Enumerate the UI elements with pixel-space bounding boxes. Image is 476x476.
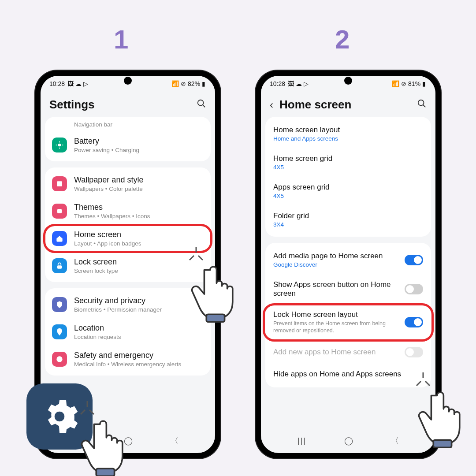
row-label: Home screen [74, 230, 204, 239]
settings-row-wallpaper[interactable]: Wallpaper and style Wallpapers • Color p… [45, 170, 211, 197]
settings-row-location[interactable]: Location Location requests [45, 318, 211, 346]
row-label: Show Apps screen button on Home screen [273, 280, 398, 298]
row-sub: 4X5 [273, 164, 423, 171]
step-1-label: 1 [114, 24, 128, 55]
phone-frame-2: 10:28 🖼 ☁ ▷ 📶 ⊘ 81% ▮ ‹ Home screen Home… [256, 71, 441, 458]
svg-rect-14 [96, 469, 114, 476]
row-lock-home-screen-layout[interactable]: Lock Home screen layout Prevent items on… [265, 304, 431, 341]
row-label: Battery [74, 137, 204, 146]
settings-row-lock-screen[interactable]: Lock screen Screen lock type [45, 252, 211, 279]
row-show-apps-button[interactable]: Show Apps screen button on Home screen [265, 274, 431, 304]
settings-row-home-screen[interactable]: Home screen Layout • App icon badges [45, 225, 211, 252]
card-security: Security and privacy Biometrics • Permis… [45, 288, 211, 376]
settings-row-themes[interactable]: Themes Themes • Wallpapers • Icons [45, 197, 211, 225]
svg-rect-5 [57, 265, 62, 269]
row-sub: Home and Apps screens [273, 135, 423, 142]
svg-line-17 [89, 410, 94, 414]
settings-row-safety[interactable]: Safety and emergency Medical info • Wire… [45, 346, 211, 373]
wallpaper-icon [52, 176, 67, 191]
svg-point-6 [56, 356, 62, 362]
status-time: 10:28 [49, 80, 65, 87]
status-right-icons: 📶 ⊘ 81% ▮ [392, 80, 426, 87]
card-grids: Home screen layout Home and Apps screens… [265, 117, 431, 237]
row-sub: Medical info • Wireless emergency alerts [74, 361, 204, 368]
svg-line-19 [416, 381, 421, 386]
home-icon [52, 231, 67, 246]
row-sub: Google Discover [273, 261, 398, 268]
svg-line-11 [190, 256, 194, 260]
camera-notch [344, 77, 352, 85]
safety-icon [52, 352, 67, 367]
toggle-show-apps-button[interactable] [405, 284, 423, 294]
page-title: Home screen [279, 98, 351, 112]
toggle-add-media-page[interactable] [405, 255, 423, 265]
row-label: Lock Home screen layout [273, 310, 398, 319]
row-apps-screen-grid[interactable]: Apps screen grid 4X5 [265, 177, 431, 205]
row-label: Hide apps on Home and Apps screens [273, 370, 423, 379]
row-label: Add new apps to Home screen [273, 348, 398, 357]
svg-rect-3 [57, 181, 62, 186]
row-sub: Location requests [74, 334, 204, 340]
nav-home-button[interactable]: ◯ [344, 436, 353, 446]
svg-point-2 [58, 144, 61, 147]
row-label: Wallpaper and style [74, 175, 204, 185]
camera-notch [124, 77, 132, 85]
status-time: 10:28 [270, 80, 285, 87]
nav-back-button[interactable]: 〈 [171, 435, 178, 446]
row-hide-apps[interactable]: Hide apps on Home and Apps screens [265, 364, 431, 385]
settings-row-navigation-bar[interactable]: Navigation bar [45, 119, 211, 131]
row-label: Add media page to Home screen [273, 252, 398, 260]
nav-home-button[interactable]: ◯ [124, 436, 133, 446]
tap-spark-icon [187, 245, 205, 262]
svg-line-21 [425, 381, 430, 386]
step-2-label: 2 [335, 24, 350, 55]
row-sub: Wallpapers • Color palette [74, 186, 204, 192]
page-title: Settings [49, 98, 95, 112]
row-label: Lock screen [74, 257, 204, 267]
row-sub: Themes • Wallpapers • Icons [74, 213, 204, 219]
row-add-media-page[interactable]: Add media page to Home screen Google Dis… [265, 245, 431, 274]
svg-line-8 [423, 105, 426, 108]
row-sub: 4X5 [273, 193, 423, 199]
card-home-options: Add media page to Home screen Google Dis… [265, 243, 431, 387]
settings-row-security[interactable]: Security and privacy Biometrics • Permis… [45, 291, 211, 318]
row-label: Home screen grid [273, 154, 423, 163]
svg-point-9 [55, 412, 65, 422]
row-label: Home screen layout [273, 126, 423, 134]
row-sub: Power saving • Charging [74, 147, 204, 153]
header: ‹ Home screen [261, 89, 435, 117]
svg-point-0 [198, 100, 204, 106]
header: Settings [41, 89, 215, 117]
row-label: Navigation bar [52, 121, 112, 128]
row-label: Security and privacy [74, 296, 204, 305]
row-home-screen-layout[interactable]: Home screen layout Home and Apps screens [265, 119, 431, 148]
settings-row-battery[interactable]: Battery Power saving • Charging [45, 131, 211, 159]
row-label: Themes [74, 203, 204, 212]
svg-rect-4 [57, 209, 62, 213]
card-display: Navigation bar Battery Power saving • Ch… [45, 117, 211, 161]
shield-icon [52, 297, 67, 312]
row-label: Folder grid [273, 212, 423, 220]
status-left-icons: 🖼 ☁ ▷ [67, 80, 88, 87]
nav-recent-button[interactable]: ||| [298, 436, 306, 446]
row-label: Location [74, 324, 204, 333]
screen-2: 10:28 🖼 ☁ ▷ 📶 ⊘ 81% ▮ ‹ Home screen Home… [261, 76, 435, 453]
search-icon[interactable] [197, 99, 206, 111]
tap-spark-icon [78, 399, 96, 416]
svg-line-15 [81, 410, 85, 414]
toggle-add-new-apps[interactable] [405, 347, 423, 357]
row-sub: Biometrics • Permission manager [74, 306, 204, 313]
row-label: Safety and emergency [74, 351, 204, 360]
row-label: Apps screen grid [273, 183, 423, 192]
svg-point-7 [418, 100, 424, 106]
row-add-new-apps[interactable]: Add new apps to Home screen [265, 341, 431, 364]
row-folder-grid[interactable]: Folder grid 3X4 [265, 205, 431, 234]
status-right-icons: 📶 ⊘ 82% ▮ [171, 80, 205, 87]
toggle-lock-home-screen[interactable] [405, 317, 423, 327]
row-sub: Layout • App icon badges [74, 240, 204, 247]
nav-back-button[interactable]: 〈 [391, 435, 399, 446]
svg-line-1 [203, 105, 205, 108]
search-icon[interactable] [417, 99, 427, 111]
back-icon[interactable]: ‹ [270, 99, 273, 111]
row-home-screen-grid[interactable]: Home screen grid 4X5 [265, 148, 431, 177]
